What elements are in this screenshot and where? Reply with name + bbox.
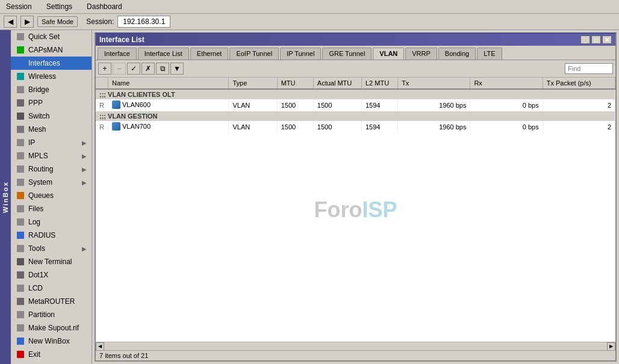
col-header-tx[interactable]: Tx [398, 78, 470, 89]
horizontal-scrollbar[interactable]: ◀ ▶ [96, 342, 615, 350]
tab-ip-tunnel[interactable]: IP Tunnel [280, 48, 321, 60]
sidebar-item-metarouter[interactable]: MetaROUTER [11, 295, 92, 308]
remove-button[interactable]: − [113, 63, 126, 75]
window-minimize-button[interactable]: _ [580, 35, 590, 44]
sidebar-item-label-ppp: PPP [28, 99, 43, 107]
row-flag: R [96, 99, 108, 111]
sidebar-arrow-system: ▶ [82, 179, 87, 186]
sidebar-item-capsman[interactable]: CAPsMAN [11, 43, 92, 57]
sidebar-item-bridge[interactable]: Bridge [11, 83, 92, 96]
main-toolbar: ◀ ▶ Safe Mode Session: 192.168.30.1 [0, 14, 619, 30]
filter-button[interactable]: ▼ [170, 63, 184, 75]
forward-button[interactable]: ▶ [20, 16, 34, 28]
sidebar-item-label-radius: RADIUS [28, 231, 55, 239]
add-button[interactable]: + [98, 63, 111, 75]
tabs-bar: InterfaceInterface ListEthernetEoIP Tunn… [96, 46, 615, 60]
partition-icon [16, 310, 25, 319]
row-l2-mtu: 1594 [361, 121, 397, 133]
col-header-tx-packet[interactable]: Tx Packet (p/s) [543, 78, 615, 89]
sidebar-item-label-wireless: Wireless [28, 72, 56, 81]
sidebar-item-partition[interactable]: Partition [11, 308, 92, 321]
menu-session[interactable]: Session [2, 1, 36, 12]
tab-lte[interactable]: LTE [477, 48, 502, 60]
sidebar-item-ip[interactable]: IP▶ [11, 136, 92, 149]
col-header-name[interactable]: Name [108, 78, 229, 89]
sidebar-item-interfaces[interactable]: Interfaces [11, 57, 92, 70]
scroll-track[interactable] [104, 342, 607, 350]
sidebar-item-routing[interactable]: Routing▶ [11, 162, 92, 176]
window-close-button[interactable]: ✕ [602, 35, 612, 44]
table-row[interactable]: R VLAN600VLAN1500150015941960 bps0 bps2 [96, 99, 615, 111]
window-toolbar: +−✓✗⧉▼ [96, 60, 615, 78]
safe-mode-button[interactable]: Safe Mode [37, 16, 78, 27]
scroll-left-button[interactable]: ◀ [96, 342, 104, 351]
files-icon [16, 204, 25, 214]
sidebar-item-ppp[interactable]: PPP [11, 96, 92, 110]
enable-button[interactable]: ✓ [127, 63, 140, 75]
row-tx: 1960 bps [398, 121, 470, 133]
menu-dashboard[interactable]: Dashboard [83, 1, 126, 12]
radius-icon [16, 230, 25, 240]
col-header-rx[interactable]: Rx [470, 78, 543, 89]
sidebar-item-quick-set[interactable]: Quick Set [11, 30, 92, 43]
sidebar-item-log[interactable]: Log [11, 215, 92, 229]
sidebar-item-radius[interactable]: RADIUS [11, 229, 92, 242]
sidebar-item-files[interactable]: Files [11, 202, 92, 215]
tab-vrrp[interactable]: VRRP [405, 48, 437, 60]
queues-icon [16, 191, 25, 200]
sidebar-item-tools[interactable]: Tools▶ [11, 242, 92, 255]
find-input[interactable] [565, 63, 613, 74]
tab-interface[interactable]: Interface [98, 48, 137, 60]
sidebar-item-wireless[interactable]: Wireless [11, 70, 92, 83]
col-header-l2-mtu[interactable]: L2 MTU [361, 78, 397, 89]
scroll-right-button[interactable]: ▶ [607, 342, 615, 351]
tab-bonding[interactable]: Bonding [438, 48, 476, 60]
table-row[interactable]: R VLAN700VLAN1500150015941960 bps0 bps2 [96, 121, 615, 133]
tab-vlan[interactable]: VLAN [373, 48, 404, 60]
sidebar-item-label-tools: Tools [28, 244, 45, 253]
col-header-mtu[interactable]: MTU [277, 78, 313, 89]
window-title-bar: Interface List _ □ ✕ [96, 34, 615, 46]
sidebar-arrow-routing: ▶ [82, 166, 87, 173]
vlan-icon [112, 122, 120, 131]
sidebar-item-switch[interactable]: Switch [11, 110, 92, 123]
status-text: 7 items out of 21 [99, 352, 148, 359]
sidebar-item-exit[interactable]: Exit [11, 348, 92, 361]
disable-button[interactable]: ✗ [142, 63, 155, 75]
menu-settings[interactable]: Settings [43, 1, 76, 12]
sidebar-item-mesh[interactable]: Mesh [11, 123, 92, 136]
window-maximize-button[interactable]: □ [591, 35, 601, 44]
sidebar-item-label-files: Files [28, 205, 43, 213]
col-header-type[interactable]: Type [229, 78, 277, 89]
sidebar-item-label-log: Log [28, 218, 40, 226]
group-header: ;;; VLAN GESTION [96, 111, 615, 121]
ppp-icon [16, 98, 25, 108]
tab-ethernet[interactable]: Ethernet [190, 48, 229, 60]
tab-eoip-tunnel[interactable]: EoIP Tunnel [229, 48, 279, 60]
tab-interface-list[interactable]: Interface List [138, 48, 189, 60]
sidebar-item-new-terminal[interactable]: New Terminal [11, 255, 92, 268]
dot1x-icon [16, 270, 25, 280]
col-header-actual-mtu[interactable]: Actual MTU [313, 78, 361, 89]
sidebar-arrow-tools: ▶ [82, 245, 87, 252]
sidebar-item-label-dot1x: Dot1X [28, 271, 48, 279]
sidebar-item-make-supout[interactable]: Make Supout.rif [11, 321, 92, 335]
sidebar-item-lcd[interactable]: LCD [11, 282, 92, 295]
sidebar: Quick SetCAPsMANInterfacesWirelessBridge… [11, 30, 92, 364]
sidebar-item-system[interactable]: System▶ [11, 176, 92, 189]
sidebar-item-new-winbox[interactable]: New WinBox [11, 335, 92, 348]
col-header-flag[interactable] [96, 78, 108, 89]
row-mtu: 1500 [277, 121, 313, 133]
copy-button[interactable]: ⧉ [156, 63, 169, 75]
row-rx: 0 bps [470, 99, 543, 111]
back-button[interactable]: ◀ [4, 16, 17, 28]
sidebar-item-dot1x[interactable]: Dot1X [11, 268, 92, 282]
menu-bar: Session Settings Dashboard [0, 0, 619, 14]
tab-gre-tunnel[interactable]: GRE Tunnel [322, 48, 372, 60]
vlan-table: NameTypeMTUActual MTUL2 MTUTxRxTx Packet… [96, 78, 615, 133]
sidebar-item-label-new-terminal: New Terminal [28, 258, 72, 266]
sidebar-item-mpls[interactable]: MPLS▶ [11, 149, 92, 162]
sidebar-item-queues[interactable]: Queues [11, 189, 92, 202]
quick-set-icon [16, 32, 25, 42]
switch-icon [16, 111, 25, 121]
